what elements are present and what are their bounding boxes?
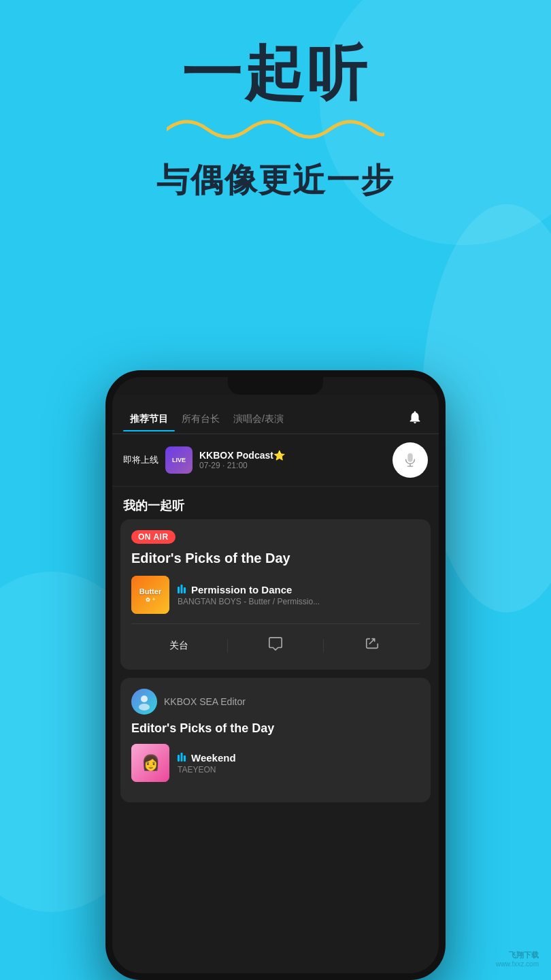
phone-screen: 推荐节目 所有台长 演唱会/表演 即将上线 LIVE KKBOX Podcast… <box>112 395 439 973</box>
svg-point-3 <box>141 696 148 702</box>
svg-rect-6 <box>181 753 183 762</box>
podcast-info: KKBOX Podcast⭐ 07-29 · 21:00 <box>199 450 285 470</box>
on-air-card: ON AIR Editor's Picks of the Day Butter … <box>120 519 431 670</box>
watermark-line1: 飞翔下载 <box>496 950 539 960</box>
podcast-live-badge: LIVE <box>172 457 186 463</box>
svg-rect-2 <box>184 587 186 593</box>
svg-point-4 <box>139 704 150 710</box>
watermark-line2: www.fxxz.com <box>496 960 539 968</box>
my-listen-title: 我的一起听 <box>112 487 439 519</box>
on-air-card-title: Editor's Picks of the Day <box>131 551 420 566</box>
hero-subtitle: 与偶像更近一步 <box>0 159 551 202</box>
svg-rect-0 <box>178 587 180 593</box>
track-row-2: 👩 Weekend <box>131 744 420 782</box>
track-info-1: Permission to Dance BANGTAN BOYS - Butte… <box>178 584 420 606</box>
svg-rect-7 <box>184 755 186 762</box>
podcast-name: KKBOX Podcast⭐ <box>199 450 285 461</box>
track-name-2: Weekend <box>191 752 236 764</box>
card-actions: 关台 <box>131 623 420 659</box>
svg-rect-5 <box>178 755 180 762</box>
bars-icon <box>178 584 187 595</box>
tab-concerts[interactable]: 演唱会/表演 <box>227 408 290 431</box>
hero-section: 一起听 与偶像更近一步 <box>0 41 551 202</box>
album-art-text: Butter <box>139 587 161 595</box>
nav-tabs-bar: 推荐节目 所有台长 演唱会/表演 <box>112 395 439 434</box>
track-artist-2: TAEYEON <box>178 765 420 774</box>
podcast-time: 07-29 · 21:00 <box>199 461 285 470</box>
mic-button[interactable] <box>393 442 428 478</box>
track-artist-1: BANGTAN BOYS - Butter / Permissio... <box>178 597 420 606</box>
svg-rect-1 <box>181 585 183 593</box>
editor-name: KKBOX SEA Editor <box>164 696 246 707</box>
on-air-badge: ON AIR <box>131 530 176 544</box>
upcoming-row: 即将上线 LIVE KKBOX Podcast⭐ 07-29 · 21:00 <box>112 434 439 487</box>
share-button[interactable] <box>324 632 420 659</box>
wavy-decoration <box>167 119 384 140</box>
phone-frame: 推荐节目 所有台长 演唱会/表演 即将上线 LIVE KKBOX Podcast… <box>105 370 446 980</box>
upcoming-label: 即将上线 <box>123 454 158 466</box>
tab-all-hosts[interactable]: 所有台长 <box>175 408 227 431</box>
close-station-button[interactable]: 关台 <box>131 636 227 656</box>
editor-avatar <box>131 689 157 715</box>
card-header: KKBOX SEA Editor <box>131 689 420 715</box>
tab-recommended[interactable]: 推荐节目 <box>123 408 175 431</box>
track-info-2: Weekend TAEYEON <box>178 752 420 774</box>
regular-card: KKBOX SEA Editor Editor's Picks of the D… <box>120 678 431 802</box>
track-album-thumb-2: 👩 <box>131 744 169 782</box>
phone-mockup: 推荐节目 所有台长 演唱会/表演 即将上线 LIVE KKBOX Podcast… <box>105 370 446 980</box>
track-album-thumb: Butter ✿ ✦ <box>131 576 169 614</box>
track-row-1: Butter ✿ ✦ <box>131 576 420 614</box>
hero-title: 一起听 <box>0 41 551 107</box>
podcast-thumb: LIVE <box>165 446 193 474</box>
watermark: 飞翔下载 www.fxxz.com <box>496 950 539 968</box>
bell-icon[interactable] <box>402 404 428 434</box>
phone-notch <box>228 377 323 395</box>
regular-card-title: Editor's Picks of the Day <box>131 721 420 736</box>
comment-button[interactable] <box>228 632 324 659</box>
track-name-1: Permission to Dance <box>191 584 292 595</box>
bars-icon-2 <box>178 752 187 764</box>
